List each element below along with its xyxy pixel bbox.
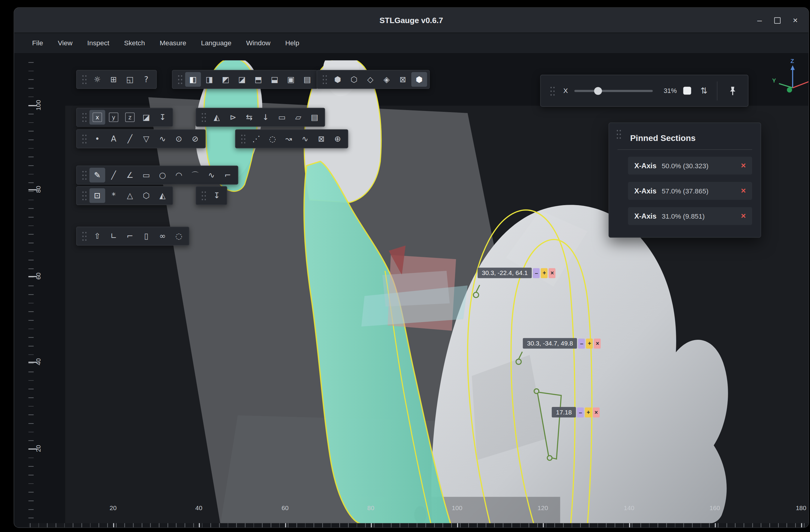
measurement-increase-button[interactable]: + [585, 407, 592, 417]
drag-handle-icon[interactable] [200, 190, 206, 201]
view-ortho-button[interactable]: ▤ [299, 72, 315, 87]
flip-axis-button[interactable]: ⇅ [697, 85, 711, 96]
remove-pinned-button[interactable]: × [741, 186, 746, 196]
eraser-button[interactable]: ◪ [138, 110, 154, 124]
title-bar[interactable]: STLGauge v0.6.7 – × [14, 8, 808, 33]
menu-measure[interactable]: Measure [152, 33, 194, 53]
spline-button[interactable]: ∿ [204, 168, 220, 182]
menu-help[interactable]: Help [278, 33, 307, 53]
circle-button[interactable]: ○ [155, 168, 171, 182]
view-front-button[interactable]: ◧ [185, 72, 201, 87]
drag-handle-icon[interactable] [81, 230, 87, 242]
wave-curve-button[interactable]: ∿ [297, 131, 313, 146]
view-right-button[interactable]: ◪ [234, 72, 250, 87]
skew-frame-button[interactable]: ▱ [290, 110, 306, 124]
center-rectangle-button[interactable]: ⊡ [90, 188, 105, 203]
crop-frame-button[interactable]: ▭ [274, 110, 290, 124]
view-back-button[interactable]: ◨ [201, 72, 217, 87]
corner-bracket-button[interactable]: ∟ [106, 229, 122, 244]
measurement-decrease-button[interactable]: – [577, 407, 584, 417]
triangle-button[interactable]: △ [122, 188, 138, 203]
menu-language[interactable]: Language [194, 33, 239, 53]
y-axis-section-button[interactable]: y [106, 110, 122, 124]
measurement-decrease-button[interactable]: – [533, 268, 540, 278]
drop-surface-button[interactable]: ↓ [258, 110, 274, 124]
corner-button[interactable]: ⌐ [220, 168, 236, 182]
cube-shaded-button[interactable]: ⬢ [411, 72, 427, 87]
freehand-button[interactable]: ↝ [281, 131, 297, 146]
z-axis-section-button[interactable]: z [122, 110, 138, 124]
dashed-circle-button[interactable]: ◌ [264, 131, 280, 146]
arc-3pt-button[interactable]: ⌒ [187, 168, 203, 182]
cube-faces-button[interactable]: ⊠ [395, 72, 411, 87]
line-button[interactable]: ╱ [106, 168, 122, 182]
x-axis-section-button[interactable]: x [90, 110, 105, 124]
boolean-circles-button[interactable]: ⊙ [171, 131, 187, 146]
overlap-triangles-button[interactable]: ◭ [155, 188, 171, 203]
measurement-remove-button[interactable]: × [594, 338, 601, 348]
drag-handle-icon[interactable] [81, 169, 87, 181]
extrude-button[interactable]: ⇧ [90, 229, 105, 244]
align-center-button[interactable]: ⇆ [242, 110, 257, 124]
help-button[interactable]: ? [138, 72, 154, 87]
dashed-circle-c-button[interactable]: ◌ [171, 229, 187, 244]
polyline-points-button[interactable]: ⋰ [248, 131, 264, 146]
drag-handle-icon[interactable] [549, 85, 555, 97]
text-on-path-button[interactable]: ◭ [209, 110, 225, 124]
pin-section-button[interactable] [724, 82, 742, 100]
export-section-button[interactable]: ↧ [155, 110, 171, 124]
screenshot-button[interactable]: ▤ [307, 110, 323, 124]
minimize-button[interactable]: – [751, 12, 767, 28]
maximize-button[interactable] [770, 12, 785, 28]
section-visibility-checkbox[interactable] [683, 87, 691, 95]
view-bottom-button[interactable]: ⬓ [267, 72, 282, 87]
selection-box-button[interactable]: ◱ [122, 72, 138, 87]
measurement-remove-button[interactable]: × [593, 407, 600, 417]
cube-xray-button[interactable]: ◇ [362, 72, 378, 87]
drag-handle-icon[interactable] [177, 73, 182, 85]
drag-handle-icon[interactable] [240, 133, 245, 145]
filter-button[interactable]: ▽ [138, 131, 154, 146]
corner-rotated-button[interactable]: ⌐ [122, 229, 138, 244]
drag-handle-icon[interactable] [81, 73, 87, 85]
remove-image-button[interactable]: ⊠ [313, 131, 329, 146]
remove-pinned-button[interactable]: × [741, 161, 746, 170]
angle-button[interactable]: ∠ [122, 168, 138, 182]
project-plane-button[interactable]: ⊳ [225, 110, 241, 124]
hexagon-button[interactable]: ⬡ [138, 188, 154, 203]
measurement-increase-button[interactable]: + [586, 338, 593, 348]
sphere-grid-button[interactable]: ⊕ [330, 131, 345, 146]
drag-handle-icon[interactable] [200, 112, 206, 123]
section-box-button[interactable]: ▯ [138, 229, 154, 244]
pencil-button[interactable]: ✎ [90, 168, 105, 182]
drag-handle-icon[interactable] [81, 112, 87, 123]
view-iso-button[interactable]: ▣ [283, 72, 299, 87]
drag-handle-icon[interactable] [615, 128, 621, 140]
cube-solid-button[interactable]: ⬢ [330, 72, 345, 87]
point-button[interactable]: • [90, 131, 105, 146]
slider-knob[interactable] [594, 87, 602, 95]
menu-sketch[interactable]: Sketch [117, 33, 152, 53]
star-button[interactable]: * [106, 188, 122, 203]
remove-pinned-button[interactable]: × [741, 212, 746, 221]
section-position-slider[interactable] [574, 90, 653, 92]
drag-handle-icon[interactable] [321, 73, 327, 85]
rectangle-button[interactable]: ▭ [138, 168, 154, 182]
brightness-button[interactable]: ☼ [90, 72, 105, 87]
drag-handle-icon[interactable] [81, 133, 87, 145]
measurement-decrease-button[interactable]: – [578, 338, 585, 348]
menu-view[interactable]: View [50, 33, 80, 53]
menu-inspect[interactable]: Inspect [80, 33, 117, 53]
project-down-button[interactable]: ↧ [209, 188, 225, 203]
measurement-remove-button[interactable]: × [549, 268, 556, 278]
drag-handle-icon[interactable] [81, 190, 87, 201]
cube-wireframe-button[interactable]: ⬡ [346, 72, 362, 87]
axis-gizmo[interactable]: Z X Y [771, 58, 809, 103]
cube-mesh-button[interactable]: ◈ [378, 72, 394, 87]
view-top-button[interactable]: ⬒ [250, 72, 266, 87]
menu-window[interactable]: Window [239, 33, 278, 53]
erase-section-button[interactable]: ⊘ [187, 131, 203, 146]
linked-rings-button[interactable]: ∞ [155, 229, 171, 244]
text-label-button[interactable]: A [106, 131, 122, 146]
close-button[interactable]: × [788, 12, 804, 28]
